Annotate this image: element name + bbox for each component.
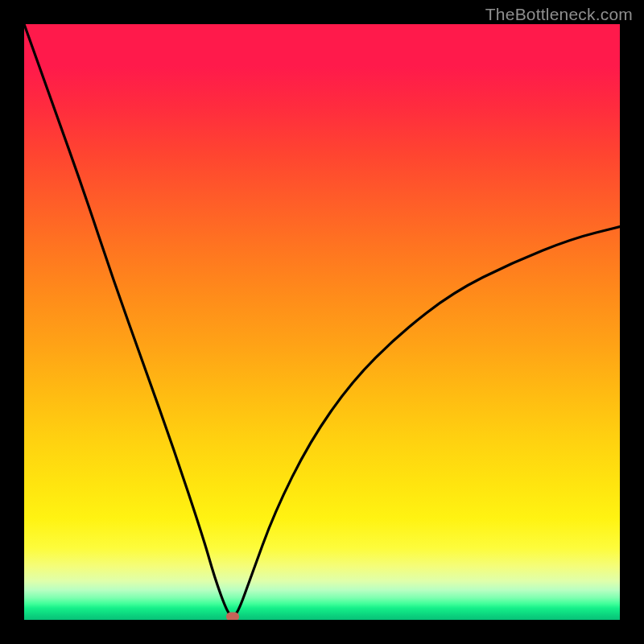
chart-plot-area (24, 24, 620, 620)
watermark-text: TheBottleneck.com (485, 5, 633, 24)
bottleneck-curve-path (24, 24, 620, 616)
chart-curve-layer (24, 24, 620, 620)
chart-marker-point (226, 612, 239, 620)
